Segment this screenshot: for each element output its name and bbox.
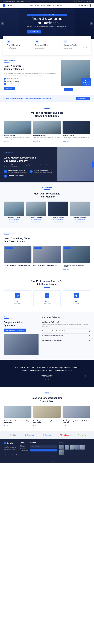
footer-link-4[interactable]: Contact Us [20, 453, 28, 454]
stat-card-1: 963 + Satisfied Clients [33, 290, 61, 307]
team-twitter-3[interactable]: t [79, 221, 81, 223]
footer-email-input[interactable] [30, 445, 57, 448]
check-icon-1: ✓ [4, 80, 6, 82]
team-facebook-0[interactable]: f [10, 221, 12, 223]
grid-menu-icon[interactable] [90, 4, 92, 7]
faq-question-2[interactable]: Do You Like Our Financial Services? + [42, 335, 90, 337]
service-item-2: Financial Planning Lorem ipsum dolor sit… [63, 121, 90, 142]
stats-title: Your Professional Firm to Get Additional… [4, 280, 90, 286]
blog-link-2[interactable]: Read More → [63, 425, 69, 426]
hero-cta-button[interactable]: Get Started › [27, 30, 41, 34]
service-link-2[interactable]: Read More → [63, 141, 69, 142]
about-content: About Company Learn About Our Company Mi… [4, 60, 59, 90]
nav-home[interactable]: Home [30, 5, 34, 6]
team-linkedin-2[interactable]: in [60, 221, 62, 223]
footer-linkedin-icon[interactable]: in [11, 453, 14, 456]
footer-socials: f t in p [4, 453, 18, 456]
case-img-1: Consulting [33, 246, 61, 263]
nav-pages[interactable]: Pages [47, 5, 51, 6]
team-linkedin-3[interactable]: in [82, 221, 84, 223]
case-link-2[interactable]: Read More → [63, 269, 69, 270]
faq-question-3[interactable]: How to Become a Team Member? + [42, 340, 90, 342]
nav-services[interactable]: Services [40, 5, 45, 6]
case-link-0[interactable]: Read More → [4, 268, 10, 269]
testimonial-dot-0[interactable] [45, 380, 46, 380]
hero-title: Financial & Consulting For Business [27, 17, 67, 25]
services-grid: Personal Finance Lorem ipsum dolor sit a… [4, 121, 90, 142]
team-twitter-2[interactable]: t [57, 221, 59, 223]
management-planning-icon [63, 40, 67, 44]
footer-facebook-icon[interactable]: f [4, 453, 7, 456]
about-contact-button[interactable]: Contact Us [64, 88, 73, 92]
service-card-2[interactable]: Management Planning Lorem ipsum dolor si… [62, 38, 89, 53]
footer-link-0[interactable]: About Company [20, 445, 28, 447]
team-linkedin-1[interactable]: in [38, 221, 40, 223]
faq-item-0: What Services We Provide? − Lorem ipsum … [42, 320, 90, 329]
team-linkedin-0[interactable]: in [16, 221, 18, 223]
footer-about-col: About About Company Our Services Team Me… [20, 442, 28, 456]
why-feat-icon-2: 💰 [4, 174, 7, 178]
footer-link-3[interactable]: Case Studies [20, 452, 28, 453]
blog-date-2: March 25, 2024 [63, 419, 90, 420]
footer-subscribe-button[interactable]: Subscribe Us [30, 449, 57, 452]
team-twitter-1[interactable]: t [35, 221, 37, 223]
footer-gallery-title: Gallery [59, 442, 90, 444]
cta-banner-button[interactable]: Get Consultation → [76, 97, 90, 100]
team-facebook-2[interactable]: f [54, 221, 56, 223]
footer-link-1[interactable]: Our Services [20, 448, 28, 449]
hero-prev-button[interactable]: ‹ [1, 22, 4, 25]
footer-links: About Company Our Services Team Members … [20, 445, 28, 454]
partner-google: G Google [43, 434, 51, 436]
nav-contact[interactable]: Contact [57, 5, 62, 6]
case-link-1[interactable]: Read More → [33, 268, 40, 269]
service-card-1[interactable]: Transaction Advisory Lorem ipsum dolor s… [34, 38, 61, 53]
hero-next-button[interactable]: › [90, 22, 93, 25]
services-divider [44, 108, 50, 109]
blog-link-0[interactable]: Read More → [4, 425, 10, 426]
why-desc: Lorem ipsum dolor sit amet consectetur a… [4, 164, 54, 168]
blog-link-1[interactable]: Read More → [33, 425, 40, 426]
case-card-0: Consulting The Way To Finance? Automate … [4, 246, 31, 270]
cases-divider [4, 234, 9, 235]
service-link-1[interactable]: Read More → [33, 141, 40, 142]
facebook-icon[interactable] [74, 0, 75, 2]
faq-cta-button[interactable]: Have Any Questions On Your Mind? [4, 328, 26, 332]
topbar-email: info@convis.bg [2, 1, 11, 2]
partner-spotify: ♪ Spotify [8, 434, 16, 436]
hero-subtitle: We Have 35+ Years Of Experience In Busin… [27, 26, 67, 28]
footer-twitter-icon[interactable]: t [7, 453, 10, 456]
hero-tag: Financial & Consulting [27, 14, 67, 16]
case-img-2: Consulting [63, 246, 90, 263]
footer-about-title: About [20, 442, 28, 444]
blog-title-0: Business Growth Strategies: Unleashing t… [4, 420, 31, 424]
about-check-1: ✓24/7 Customer Support [4, 80, 59, 82]
team-name-3: Patrick E. Schneider [70, 217, 90, 218]
nav-phone: +00 (000) 0000 [79, 5, 88, 6]
team-facebook-3[interactable]: f [76, 221, 78, 223]
case-info-1: How To Build & Growth Your Business Read… [33, 263, 61, 269]
service-card-0[interactable]: Financial Consulting Lorem ipsum dolor s… [5, 38, 32, 53]
footer-link-2[interactable]: Team Members [20, 450, 28, 451]
testimonial-dot-1[interactable] [47, 380, 47, 380]
nav-logo: Convis [2, 4, 12, 7]
faq-question-0[interactable]: What Services We Provide? − [42, 321, 90, 323]
testimonial-section: At vero eos et accusamus iusto odio dign… [0, 360, 94, 387]
footer-pinterest-icon[interactable]: p [15, 453, 18, 456]
team-twitter-0[interactable]: t [13, 221, 15, 223]
logo-text: Convis [5, 4, 12, 7]
instagram-icon[interactable] [81, 0, 82, 2]
team-facebook-1[interactable]: f [32, 221, 34, 223]
blog-date-1: March 22, 2024 [33, 419, 61, 420]
nav-about[interactable]: About [35, 5, 39, 6]
about-learn-more-button[interactable]: Learn More › [4, 87, 15, 90]
linkedin-icon[interactable] [78, 0, 80, 2]
faq-question-1[interactable]: How Any Professional Team Member? + [42, 330, 90, 332]
about-title: Learn About Our Company Mission [4, 64, 59, 71]
service-link-0[interactable]: Read More → [4, 141, 10, 142]
footer-newsletter-form: Subscribe Us [30, 445, 57, 452]
nav-blog[interactable]: Blog [53, 5, 56, 6]
twitter-icon[interactable] [76, 0, 78, 2]
service-card-arrow-1: → [35, 50, 59, 52]
blog-card-1: March 22, 2024 Consulting Success: Drivi… [33, 406, 61, 427]
testimonial-dot-2[interactable] [48, 380, 49, 380]
